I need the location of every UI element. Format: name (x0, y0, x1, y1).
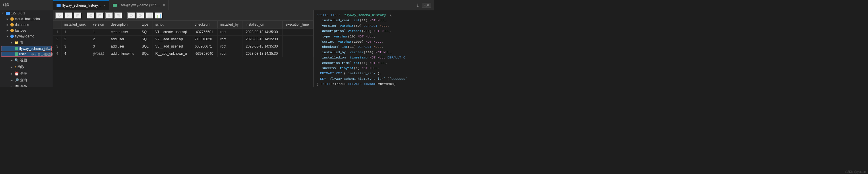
toolbar-sep-2 (125, 13, 125, 18)
table-row[interactable]: 1 1 1 create user SQL V1__create_user.sq… (53, 28, 313, 36)
toolbar-btn-chart[interactable]: 📊 (155, 12, 163, 19)
sidebar-item-dataease[interactable]: ▶ dataease (0, 22, 53, 28)
sidebar-item-flyway-demo[interactable]: ▼ flyway-demo (0, 33, 53, 39)
cell-num-1: 2 (53, 36, 61, 43)
table-row[interactable]: 3 3 3 add user SQL V3__add_user.sql 6009… (53, 43, 313, 50)
toolbar-btn-export[interactable]: ⬜ (146, 12, 154, 19)
views-label: 视图 (20, 58, 27, 63)
sql-button[interactable]: SQL (422, 3, 431, 7)
sql-line-12: KEY `flyway_schema_history_s_idx` (`succ… (317, 76, 431, 81)
toolbar-btn-filter[interactable]: ⊟ (96, 12, 104, 19)
sidebar-item-queries[interactable]: ▶ 🔎 查询 (0, 77, 53, 83)
tab-flyway[interactable]: flyway_schema_history... ✕ (53, 0, 110, 10)
cell-installed-on-2: 2023-03-13 14:35:30 (243, 43, 283, 50)
sidebar-item-functions[interactable]: ▶ ƒ 函数 (0, 64, 53, 70)
sql-token-sql-col: `success` (390, 77, 407, 81)
sidebar-item-flyway-schema-history[interactable]: flyway_schema_history (1, 46, 52, 51)
tab-icon-user (113, 4, 117, 7)
sql-line-11: PRIMARY KEY (`installed_rank`), (317, 71, 431, 76)
sidebar-flyway-history-wrapper: flyway_schema_history 默认的 (0, 46, 53, 51)
tables-expand-arrow: ▼ (10, 41, 13, 44)
sql-token-sql-keyword: DEFAULT C (388, 56, 405, 59)
db-label-cloud: cloud_box_dcim (15, 17, 40, 21)
events-icon: ⏰ (14, 71, 19, 76)
cell-description-1: add user (108, 36, 138, 43)
sidebar-item-views[interactable]: ▶ 🔍 视图 (0, 57, 53, 64)
sql-token-sql-punct: , (385, 61, 388, 65)
db-icon-dataease (10, 23, 14, 26)
table-icon-user (14, 52, 18, 56)
table-row[interactable]: 2 2 2 add user SQL V2__add_user.sql 7100… (53, 36, 313, 43)
functions-expand-arrow: ▶ (10, 66, 13, 69)
sql-token-sql-punct: (1) (353, 66, 362, 70)
sql-token-sql-punct (348, 56, 350, 59)
sidebar-item-tables-folder[interactable]: ▼ 📁 表 (0, 39, 53, 46)
sql-token-sql-keyword: DEFAULT (364, 24, 377, 28)
cell-version-2: 3 (90, 43, 108, 50)
sql-line-2: `version` varchar(50) DEFAULT NULL, (317, 23, 431, 28)
server-label: 127.0.0.1 (11, 11, 25, 15)
table-label-flyway-history: flyway_schema_history (19, 47, 51, 51)
db-label-fastbee: fastbee (15, 28, 26, 32)
views-icon: 🔍 (14, 58, 19, 63)
tab-user[interactable]: user@flyway-demo (127.... ✕ (110, 0, 169, 10)
tab-close-user[interactable]: ✕ (163, 3, 165, 7)
col-header-installed-rank: installed_rank (61, 21, 90, 28)
sidebar-item-server[interactable]: ▼ 127.0.0.1 (0, 10, 53, 16)
cell-checksum-2: 600900671 (192, 43, 217, 50)
toolbar-btn-settings[interactable]: ⚙ (87, 12, 95, 19)
events-label: 事件 (20, 71, 27, 76)
cell-type-1: SQL (138, 36, 152, 43)
sql-token-sql-keyword: DEFAULT (358, 45, 371, 49)
toolbar-btn-grid[interactable]: ⊞ (114, 12, 122, 19)
sidebar-item-fastbee[interactable]: ▶ fastbee (0, 28, 53, 33)
sidebar: ▼ 127.0.0.1 ▶ cloud_box_dcim ▶ dataease … (0, 10, 53, 87)
sql-line-1: `installed_rank` int(11) NOT NULL, (317, 18, 431, 23)
cell-installed-rank-2: 3 (61, 43, 90, 50)
data-table-wrapper[interactable]: installed_rank version description type … (53, 21, 313, 87)
sql-line-0: CREATE TABLE `flyway_schema_history` ( (317, 13, 431, 18)
sql-token-sql-keyword: PRIMARY KEY (320, 71, 342, 75)
db-label-flyway: flyway-demo (15, 34, 34, 38)
sql-token-sql-keyword: KEY (320, 77, 326, 81)
sql-token-sql-punct (340, 45, 342, 49)
sql-line-7: `installed_by` varchar(100) NOT NULL, (317, 50, 431, 55)
toolbar-btn-link[interactable]: ⛓ (127, 12, 135, 19)
sidebar-user-wrapper: user 我们自己创建的 (0, 52, 53, 57)
sql-token-sql-col: `description` (320, 29, 346, 33)
sidebar-item-events[interactable]: ▶ ⏰ 事件 (0, 70, 53, 77)
sql-token-sql-col: `type` (320, 34, 332, 38)
db-expand-cloud: ▶ (6, 17, 9, 21)
sql-token-sql-type: int (353, 61, 360, 65)
cell-num-0: 1 (53, 28, 61, 36)
toolbar: ↻ ⎘ ⊞ ⚙ ⊟ ⇅ ⊞ ⛓ ⟳ ⬜ 📊 (53, 10, 313, 21)
sql-token-sql-col: `installed_rank` (320, 19, 352, 22)
col-header-execution-time: execution_time (283, 21, 313, 28)
sidebar-item-backups[interactable]: ▶ 💾 备份 (0, 83, 53, 87)
sql-token-sql-col: `installed_rank` (346, 71, 377, 75)
sql-token-sql-punct (338, 24, 340, 28)
tab-bar-actions: ℹ SQL (416, 2, 434, 8)
tab-bar: 对象 flyway_schema_history... ✕ user@flywa… (0, 0, 434, 10)
tab-label-flyway: flyway_schema_history... (62, 3, 100, 7)
sql-token-sql-type: int (353, 19, 360, 22)
table-row[interactable]: 4 4 (NULL) add unknown u SQL R__add_unkn… (53, 50, 313, 57)
table-icon-flyway-history (14, 47, 18, 50)
db-expand-flyway: ▼ (6, 34, 9, 38)
sidebar-item-user-table[interactable]: user (1, 52, 52, 57)
toolbar-btn-paste[interactable]: ⊞ (74, 12, 82, 19)
sql-token-sql-punct (346, 29, 348, 33)
toolbar-btn-refresh[interactable]: ↻ (55, 12, 63, 19)
tab-close-flyway[interactable]: ✕ (103, 4, 105, 7)
sql-token-sql-type: varchar (348, 29, 362, 33)
object-tab-label[interactable]: 对象 (3, 3, 10, 7)
sidebar-item-cloud-box-dcim[interactable]: ▶ cloud_box_dcim (0, 16, 53, 22)
toolbar-btn-reload[interactable]: ⟳ (136, 12, 144, 19)
sql-token-sql-type: tinyint (340, 66, 353, 70)
info-button[interactable]: ℹ (416, 2, 420, 8)
sql-token-sql-col: `success` (320, 66, 338, 70)
sql-token-sql-constraint: NOT NULL (370, 56, 385, 59)
sql-token-sql-col: `script` (320, 40, 336, 44)
toolbar-btn-sort[interactable]: ⇅ (105, 12, 113, 19)
toolbar-btn-copy[interactable]: ⎘ (65, 12, 73, 19)
